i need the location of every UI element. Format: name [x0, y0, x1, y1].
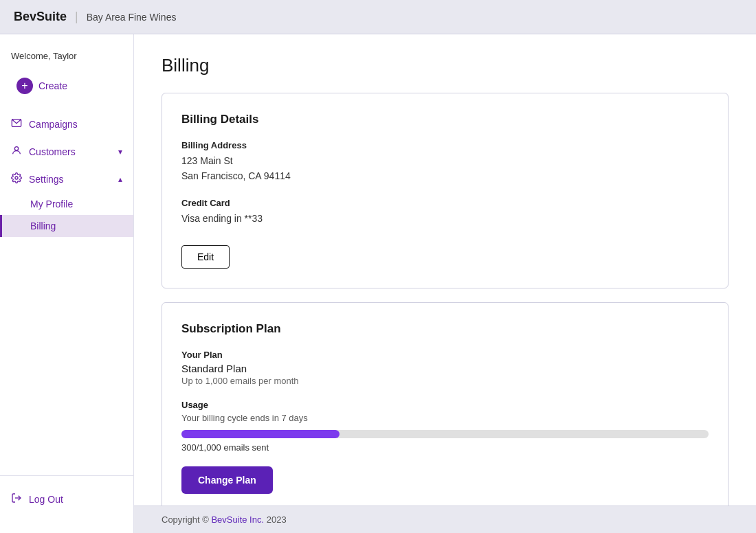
logout-button[interactable]: Log Out: [11, 487, 122, 511]
usage-label: Usage: [181, 400, 709, 410]
billing-address-label: Billing Address: [181, 140, 709, 150]
settings-chevron: ▴: [118, 174, 122, 184]
settings-label: Settings: [29, 174, 111, 185]
credit-card-value: Visa ending in **33: [181, 211, 709, 226]
create-button[interactable]: + Create: [8, 72, 125, 100]
billing-details-card: Billing Details Billing Address 123 Main…: [162, 93, 729, 288]
change-plan-button[interactable]: Change Plan: [181, 466, 273, 494]
sidebar-item-settings[interactable]: Settings ▴: [0, 166, 133, 193]
progress-bar-container: [181, 430, 709, 438]
logout-icon: [11, 492, 22, 506]
footer-year: 2023: [267, 514, 287, 525]
email-icon: [11, 117, 22, 131]
usage-count: 300/1,000 emails sent: [181, 442, 709, 453]
brand-logo: BevSuite: [14, 10, 67, 24]
progress-bar-fill: [181, 430, 340, 438]
sidebar-sub-item-billing[interactable]: Billing: [0, 215, 133, 237]
billing-details-title: Billing Details: [181, 113, 709, 126]
plan-group: Your Plan Standard Plan Up to 1,000 emai…: [181, 350, 709, 386]
main-content: Billing Billing Details Billing Address …: [134, 34, 756, 506]
svg-point-1: [14, 147, 18, 150]
org-name: Bay Area Fine Wines: [87, 12, 177, 23]
subscription-title: Subscription Plan: [181, 322, 709, 336]
create-icon: +: [16, 78, 33, 94]
customers-label: Customers: [29, 146, 111, 157]
person-icon: [11, 145, 22, 159]
gear-icon: [11, 172, 22, 186]
sidebar-nav: Campaigns Customers ▾: [0, 111, 133, 475]
sidebar-sub-item-my-profile[interactable]: My Profile: [0, 193, 133, 215]
customers-chevron: ▾: [118, 147, 122, 157]
plan-desc: Up to 1,000 emails per month: [181, 376, 709, 386]
billing-address-line2: San Francisco, CA 94114: [181, 168, 709, 183]
topbar: BevSuite | Bay Area Fine Wines: [0, 0, 756, 34]
credit-card-label: Credit Card: [181, 198, 709, 208]
footer-link[interactable]: BevSuite Inc.: [211, 514, 264, 525]
app-layout: Welcome, Taylor + Create Campaigns: [0, 34, 756, 533]
footer-copyright: Copyright ©: [162, 514, 209, 525]
usage-group: Usage Your billing cycle ends in 7 days …: [181, 400, 709, 453]
sidebar-item-campaigns[interactable]: Campaigns: [0, 111, 133, 138]
campaigns-label: Campaigns: [29, 119, 122, 130]
sidebar-bottom: Log Out: [0, 475, 133, 522]
edit-button[interactable]: Edit: [181, 245, 230, 269]
plan-name: Standard Plan: [181, 363, 709, 374]
svg-point-2: [15, 177, 18, 179]
plan-label: Your Plan: [181, 350, 709, 360]
logout-label: Log Out: [29, 494, 63, 505]
usage-note: Your billing cycle ends in 7 days: [181, 413, 709, 423]
subscription-card: Subscription Plan Your Plan Standard Pla…: [162, 302, 729, 506]
billing-address-line1: 123 Main St: [181, 153, 709, 168]
sidebar: Welcome, Taylor + Create Campaigns: [0, 34, 134, 533]
sidebar-item-customers[interactable]: Customers ▾: [0, 138, 133, 166]
topbar-divider: |: [75, 10, 78, 24]
create-label: Create: [38, 80, 67, 91]
footer: Copyright © BevSuite Inc. 2023: [134, 506, 756, 533]
my-profile-label: My Profile: [30, 199, 73, 209]
sidebar-welcome: Welcome, Taylor: [0, 45, 133, 72]
credit-card-group: Credit Card Visa ending in **33: [181, 198, 709, 226]
billing-sub-label: Billing: [30, 220, 56, 231]
page-title: Billing: [162, 55, 729, 76]
billing-address-group: Billing Address 123 Main St San Francisc…: [181, 140, 709, 184]
